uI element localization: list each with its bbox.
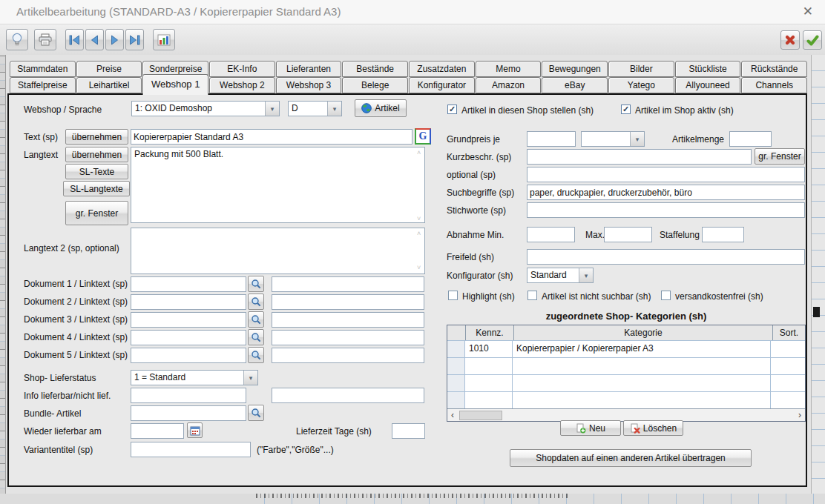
optional-input[interactable] [527, 167, 805, 182]
tab-staffelpreise[interactable]: Staffelpreise [10, 77, 76, 93]
langtext-textarea[interactable]: Packung mit 500 Blatt. [131, 147, 425, 223]
sl-langtexte-button[interactable]: SL-Langtexte [63, 181, 130, 196]
shop-stellen-checkbox[interactable]: ✓ [447, 105, 457, 114]
shopdaten-uebertragen-button[interactable]: Shopdaten auf einen anderen Artikel über… [510, 449, 752, 467]
info-nicht-lieferbar-input[interactable] [272, 388, 424, 403]
cancel-button[interactable] [780, 30, 800, 50]
grundpreis-einheit-select[interactable]: ▾ [581, 131, 645, 147]
dokument-5-search-button[interactable] [248, 347, 264, 363]
abnahme-max-input[interactable] [604, 227, 652, 242]
text-sp-input[interactable] [131, 129, 412, 145]
scrollbar-thumb[interactable] [459, 411, 502, 420]
dokument-2-linktext-input[interactable] [272, 294, 424, 310]
nav-previous-button[interactable] [85, 29, 104, 50]
tab-ek-info[interactable]: EK-Info [209, 61, 275, 77]
scroll-left-icon[interactable]: ‹ [447, 409, 458, 420]
chevron-down-icon[interactable]: ▾ [630, 132, 644, 146]
chevron-down-icon[interactable]: ▾ [579, 268, 593, 282]
neu-button[interactable]: Neu [560, 420, 621, 436]
dokument-5-linktext-input[interactable] [272, 348, 424, 363]
grundpreis-input[interactable] [527, 131, 576, 147]
table-row-empty[interactable] [447, 374, 805, 391]
scroll-right-icon[interactable]: › [795, 409, 805, 420]
bundle-search-button[interactable] [248, 405, 264, 421]
shop-select[interactable]: 1: OXID Demoshop ▾ [131, 101, 280, 116]
dokument-4-input[interactable] [131, 330, 246, 345]
tab-preise[interactable]: Preise [76, 61, 142, 77]
row-selector[interactable] [447, 341, 465, 357]
versandkostenfrei-checkbox[interactable] [661, 291, 671, 300]
dokument-3-search-button[interactable] [248, 311, 264, 328]
highlight-checkbox[interactable] [448, 291, 458, 300]
tab-konfigurator[interactable]: Konfigurator [409, 77, 475, 93]
variantentitel-input[interactable] [131, 442, 251, 457]
lieferstatus-select[interactable]: 1 = Standard ▾ [131, 370, 258, 385]
table-row-empty[interactable] [447, 357, 805, 374]
artikelmenge-input[interactable] [729, 131, 772, 147]
calendar-button[interactable] [187, 422, 203, 438]
stichworte-input[interactable] [527, 202, 805, 218]
table-row-empty[interactable] [447, 391, 805, 408]
dokument-1-input[interactable] [131, 276, 246, 292]
scroll-down-icon[interactable]: ˅ [417, 264, 421, 271]
print-button[interactable] [34, 29, 56, 50]
dokument-3-linktext-input[interactable] [272, 312, 424, 328]
tab-yatego[interactable]: Yatego [608, 77, 674, 93]
tab-memo[interactable]: Memo [476, 61, 542, 77]
freifeld-input[interactable] [527, 249, 805, 265]
loeschen-button[interactable]: Löschen [623, 420, 683, 436]
statistics-button[interactable] [153, 29, 175, 50]
abnahme-min-input[interactable] [527, 227, 575, 242]
nicht-suchbar-checkbox[interactable] [527, 291, 537, 300]
table-row[interactable]: 1010 Kopiererpapier / Kopiererpapier A3 [447, 340, 805, 357]
table-hscrollbar[interactable]: ‹ › [447, 408, 805, 421]
language-select[interactable]: D ▾ [288, 101, 342, 116]
tab-lieferanten[interactable]: Lieferanten [276, 61, 342, 77]
google-search-button[interactable]: G [415, 128, 431, 145]
hint-button[interactable] [6, 29, 28, 50]
uebernehmen-langtext-button[interactable]: übernehmen [65, 147, 128, 162]
tab-bestaende[interactable]: Bestände [342, 61, 408, 77]
tab-amazon[interactable]: Amazon [476, 77, 542, 93]
tab-zusatzdaten[interactable]: Zusatzdaten [409, 61, 475, 77]
kurzbeschr-input[interactable] [527, 149, 752, 165]
scroll-up-icon[interactable]: ˄ [417, 230, 421, 237]
dokument-3-input[interactable] [131, 312, 246, 328]
tab-rueckstaende[interactable]: Rückstände [741, 61, 807, 77]
dokument-2-input[interactable] [131, 294, 246, 310]
tab-belege[interactable]: Belege [342, 77, 408, 93]
tab-bewegungen[interactable]: Bewegungen [542, 61, 608, 77]
nav-next-button[interactable] [105, 29, 124, 50]
dokument-4-linktext-input[interactable] [272, 330, 424, 345]
gr-fenster-kurzbeschr-button[interactable]: gr. Fenster [755, 148, 805, 165]
tab-ebay[interactable]: eBay [542, 77, 608, 93]
nav-last-button[interactable] [125, 29, 144, 50]
chevron-down-icon[interactable]: ▾ [265, 102, 279, 116]
confirm-button[interactable] [803, 30, 822, 50]
tab-webshop-3[interactable]: Webshop 3 [276, 77, 342, 93]
tab-stueckliste[interactable]: Stückliste [675, 61, 741, 77]
artikel-web-button[interactable]: Artikel [355, 99, 407, 117]
close-icon[interactable]: ✕ [803, 4, 813, 19]
dokument-1-linktext-input[interactable] [272, 276, 424, 292]
shop-aktiv-checkbox[interactable]: ✓ [621, 105, 631, 114]
scroll-up-icon[interactable]: ˄ [417, 149, 421, 156]
lieferzeit-input[interactable] [392, 423, 425, 439]
tab-channels[interactable]: Channels [741, 77, 807, 93]
tab-stammdaten[interactable]: Stammdaten [10, 61, 76, 77]
tab-webshop-2[interactable]: Webshop 2 [209, 77, 275, 93]
chevron-down-icon[interactable]: ▾ [327, 102, 341, 116]
langtext2-textarea[interactable] [131, 228, 425, 274]
staffelung-input[interactable] [702, 227, 744, 242]
dokument-1-search-button[interactable] [248, 276, 264, 292]
info-lieferbar-input[interactable] [131, 388, 246, 403]
nav-first-button[interactable] [65, 29, 84, 50]
wieder-lieferbar-input[interactable] [131, 423, 184, 439]
tab-leihartikel[interactable]: Leihartikel [76, 77, 142, 93]
dokument-2-search-button[interactable] [248, 294, 264, 310]
dokument-5-input[interactable] [131, 348, 246, 363]
tab-bilder[interactable]: Bilder [608, 61, 674, 77]
tab-webshop-1[interactable]: Webshop 1 [142, 74, 208, 95]
chevron-down-icon[interactable]: ▾ [243, 371, 257, 385]
tab-allyouneed[interactable]: Allyouneed [675, 77, 741, 93]
